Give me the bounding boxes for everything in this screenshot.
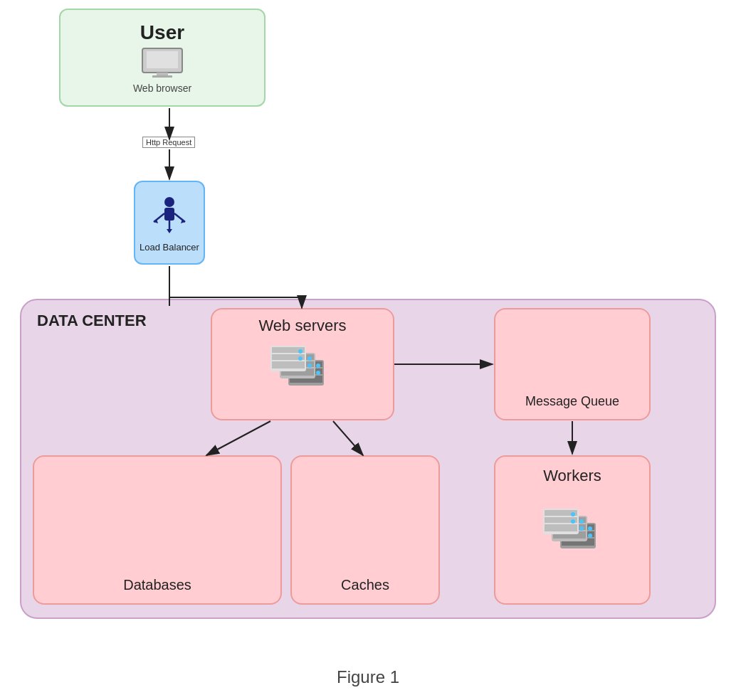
svg-point-61 <box>579 526 584 531</box>
webservers-label: Web servers <box>258 317 346 335</box>
svg-point-22 <box>307 364 312 368</box>
databases-box: Databases Shard 1 <box>33 455 282 605</box>
workers-icon <box>533 509 611 566</box>
user-box: User Web browser <box>59 9 266 107</box>
message-queue-label: Message Queue <box>525 394 619 409</box>
svg-point-20 <box>307 356 312 361</box>
load-balancer-box: Load Balancer <box>134 181 205 265</box>
svg-point-53 <box>588 526 592 531</box>
svg-marker-11 <box>167 229 172 233</box>
datacenter-label: DATA CENTER <box>37 312 147 330</box>
workers-label: Workers <box>543 467 601 485</box>
webservers-icon <box>260 346 345 403</box>
web-browser-label: Web browser <box>133 83 191 94</box>
svg-rect-1 <box>147 51 178 68</box>
workers-box: Workers <box>494 455 651 605</box>
http-request-label: Http Request <box>142 137 195 148</box>
caches-label: Caches <box>341 577 389 593</box>
svg-point-55 <box>588 534 592 538</box>
svg-point-65 <box>571 512 575 516</box>
caches-box: Caches CACHE CACHE CACHE <box>290 455 440 605</box>
load-balancer-icon <box>148 193 191 236</box>
svg-point-26 <box>298 349 303 354</box>
svg-rect-2 <box>157 73 168 75</box>
svg-point-14 <box>316 364 320 368</box>
svg-point-67 <box>571 519 575 524</box>
svg-rect-5 <box>164 208 174 221</box>
monitor-icon <box>141 47 184 78</box>
svg-point-16 <box>316 371 320 375</box>
diagram-container: User Web browser Http Request Load <box>0 0 736 700</box>
databases-label: Databases <box>123 577 191 593</box>
svg-point-4 <box>164 197 174 207</box>
svg-rect-3 <box>152 75 172 78</box>
message-queue-box: Message Queue <box>494 308 651 420</box>
svg-rect-68 <box>545 524 577 531</box>
load-balancer-label: Load Balancer <box>140 242 199 253</box>
user-label: User <box>140 21 184 44</box>
webservers-box: Web servers <box>211 308 394 420</box>
figure-label: Figure 1 <box>337 667 399 687</box>
svg-point-59 <box>579 519 584 524</box>
svg-rect-29 <box>272 361 305 368</box>
svg-point-28 <box>298 356 303 361</box>
